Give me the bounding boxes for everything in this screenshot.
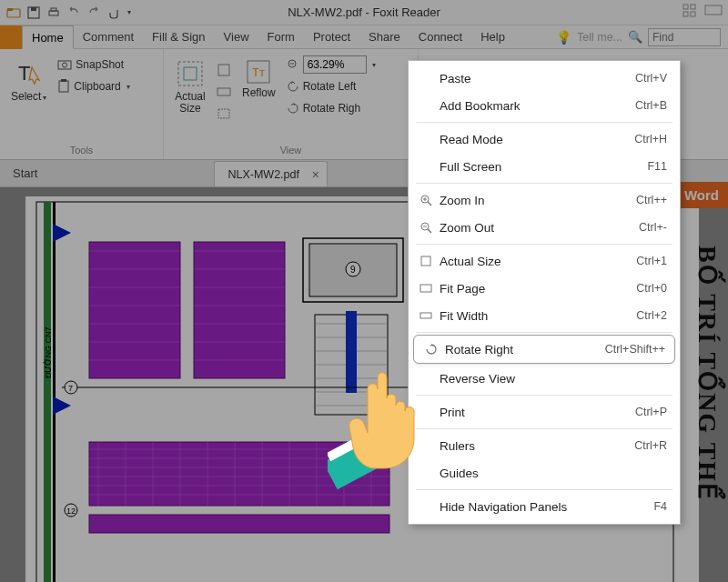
fit-width-button[interactable] — [217, 82, 231, 102]
menu-item-label: Zoom Out — [436, 221, 639, 235]
menu-separator — [416, 489, 672, 490]
actual-size-button[interactable]: Actual Size — [171, 55, 209, 118]
qat-dropdown-icon[interactable]: ▾ — [127, 8, 131, 16]
tell-me-label[interactable]: Tell me... — [577, 31, 622, 44]
search-icon[interactable]: 🔍 — [628, 30, 642, 44]
svg-rect-5 — [51, 8, 56, 11]
menu-item-read-mode[interactable]: Read ModeCtrl+H — [409, 125, 680, 153]
svg-rect-93 — [420, 313, 431, 318]
svg-text:7: 7 — [68, 384, 73, 393]
menu-item-shortcut: F11 — [647, 160, 667, 173]
menu-item-shortcut: Ctrl+B — [635, 99, 667, 112]
zoom-input-row: ▾ — [287, 55, 376, 75]
menu-item-fit-width[interactable]: Fit WidthCtrl+2 — [409, 302, 680, 329]
print-icon[interactable] — [46, 5, 62, 21]
document-tab-label: NLX-MW2.pdf — [228, 168, 299, 181]
snapshot-button[interactable]: SnapShot — [57, 55, 129, 75]
tab-protect[interactable]: Protect — [304, 25, 359, 49]
menu-bar: Home Comment Fill & Sign View Form Prote… — [0, 25, 728, 49]
tab-view[interactable]: View — [215, 25, 258, 49]
zoom-out-icon — [416, 221, 436, 234]
menu-item-guides[interactable]: Guides — [409, 459, 680, 487]
pointer-hand-icon — [328, 364, 437, 495]
actual-icon — [416, 255, 436, 267]
svg-text:T: T — [18, 62, 30, 85]
zoom-input[interactable] — [303, 55, 367, 74]
tab-home[interactable]: Home — [22, 25, 74, 49]
close-icon[interactable]: × — [312, 167, 319, 182]
menu-item-label: Add Bookmark — [436, 99, 635, 113]
menu-item-shortcut: Ctrl++ — [636, 194, 667, 206]
menu-item-rulers[interactable]: RulersCtrl+R — [409, 432, 680, 459]
menu-item-rotate-right[interactable]: Rotate RightCtrl+Shift++ — [414, 336, 674, 363]
quick-access-toolbar: ▾ — [5, 5, 131, 21]
svg-rect-4 — [49, 11, 58, 15]
screen-icon[interactable] — [704, 5, 723, 20]
menu-item-shortcut: Ctrl+2 — [636, 309, 667, 322]
undo-icon[interactable] — [66, 5, 82, 21]
start-tab[interactable]: Start — [0, 159, 50, 186]
menu-item-shortcut: Ctrl+0 — [636, 282, 667, 295]
grid-icon[interactable] — [682, 4, 697, 21]
menu-item-actual-size[interactable]: Actual SizeCtrl+1 — [409, 247, 680, 275]
reflow-button[interactable]: Tт Reflow — [238, 55, 279, 103]
file-tab[interactable] — [0, 25, 22, 49]
menu-item-label: Fit Width — [436, 309, 636, 323]
save-icon[interactable] — [25, 5, 42, 21]
menu-item-label: Reverse View — [436, 372, 667, 386]
svg-line-89 — [428, 229, 431, 233]
menu-separator — [416, 428, 672, 429]
menu-item-label: Read Mode — [436, 133, 634, 146]
hand-tool-icon[interactable] — [106, 5, 122, 21]
window-title: NLX-MW2.pdf - Foxit Reader — [288, 5, 440, 19]
title-bar: ▾ NLX-MW2.pdf - Foxit Reader — [0, 0, 728, 25]
clipboard-button[interactable]: Clipboard▾ — [57, 76, 129, 96]
menu-item-zoom-out[interactable]: Zoom OutCtrl+- — [409, 214, 680, 241]
fit-visible-button[interactable] — [217, 104, 231, 124]
drawing-title-vertical: BỐ TRÍ TỔNG THỂ — [693, 246, 723, 501]
lightbulb-icon: 💡 — [556, 30, 571, 45]
open-icon[interactable] — [5, 5, 22, 21]
tab-form[interactable]: Form — [258, 25, 304, 49]
menu-item-label: Print — [436, 406, 635, 419]
svg-rect-16 — [178, 62, 202, 85]
tab-help[interactable]: Help — [471, 25, 514, 49]
menu-item-full-screen[interactable]: Full ScreenF11 — [409, 153, 680, 180]
tab-fill-sign[interactable]: Fill & Sign — [143, 25, 215, 49]
svg-rect-3 — [31, 7, 36, 11]
tab-comment[interactable]: Comment — [74, 25, 143, 49]
svg-rect-28 — [53, 202, 56, 582]
select-button[interactable]: T Select▾ — [7, 55, 50, 106]
tab-share[interactable]: Share — [359, 25, 410, 49]
svg-rect-20 — [218, 109, 229, 118]
svg-rect-15 — [61, 79, 66, 82]
menu-item-label: Actual Size — [436, 255, 636, 268]
menu-item-zoom-in[interactable]: Zoom InCtrl++ — [409, 186, 680, 214]
svg-rect-19 — [217, 88, 230, 95]
menu-item-fit-page[interactable]: Fit PageCtrl+0 — [409, 275, 680, 302]
menu-item-print[interactable]: PrintCtrl+P — [409, 398, 680, 426]
menu-item-hide-navigation-panels[interactable]: Hide Navigation PanelsF4 — [409, 493, 680, 520]
svg-rect-31 — [89, 242, 180, 378]
find-input[interactable] — [648, 28, 721, 46]
tab-connect[interactable]: Connect — [410, 25, 471, 49]
fit-icon — [416, 282, 436, 295]
rotate-right-button[interactable]: Rotate Righ — [287, 98, 376, 118]
svg-rect-7 — [691, 5, 695, 9]
document-tab[interactable]: NLX-MW2.pdf × — [214, 161, 328, 186]
rotate-left-button[interactable]: Rotate Left — [287, 76, 376, 96]
menu-item-shortcut: Ctrl+Shift++ — [605, 343, 665, 356]
menu-item-reverse-view[interactable]: Reverse View — [409, 365, 680, 392]
svg-rect-92 — [420, 285, 431, 292]
menu-item-add-bookmark[interactable]: Add BookmarkCtrl+B — [409, 92, 680, 119]
menu-item-paste[interactable]: PasteCtrl+V — [409, 65, 680, 92]
redo-icon[interactable] — [86, 5, 102, 21]
zoom-out-small-icon[interactable] — [287, 58, 299, 71]
menu-separator — [416, 244, 672, 245]
menu-item-shortcut: Ctrl+1 — [636, 255, 667, 267]
svg-rect-14 — [59, 81, 68, 92]
svg-rect-32 — [194, 242, 285, 378]
svg-rect-8 — [683, 12, 688, 16]
menu-item-shortcut: Ctrl+- — [639, 221, 667, 234]
fit-page-button[interactable] — [217, 60, 231, 80]
